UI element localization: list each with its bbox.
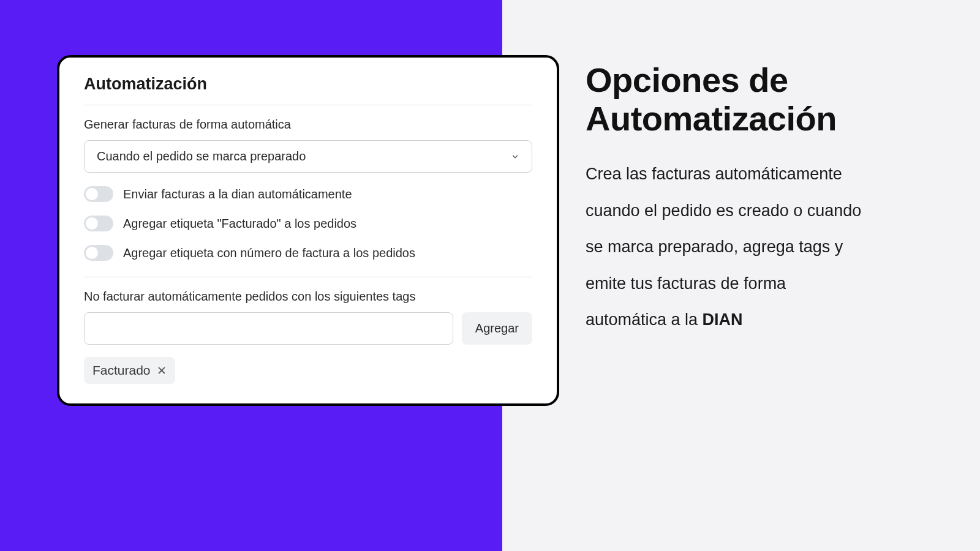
desc-bold: DIAN: [703, 310, 743, 329]
close-icon[interactable]: ✕: [157, 365, 167, 377]
toggle-row-send-dian: Enviar facturas a la dian automáticament…: [84, 186, 532, 202]
right-description: Crea las facturas automáticamente cuando…: [586, 156, 867, 338]
desc-text: Crea las facturas automáticamente cuando…: [586, 165, 861, 329]
tag-input[interactable]: [84, 312, 453, 345]
exclude-tags-label: No facturar automáticamente pedidos con …: [84, 290, 532, 304]
toggle-label: Agregar etiqueta "Facturado" a los pedid…: [123, 217, 356, 231]
chevron-down-icon: [511, 152, 519, 161]
toggle-add-facturado-tag[interactable]: [84, 216, 113, 231]
tag-chip: Facturado ✕: [84, 357, 175, 384]
section-divider: [84, 277, 532, 277]
tag-chip-label: Facturado: [92, 363, 151, 378]
card-title: Automatización: [84, 75, 532, 105]
toggle-add-invoice-number-tag[interactable]: [84, 245, 113, 261]
toggle-send-dian[interactable]: [84, 186, 113, 202]
right-heading: Opciones de Automatización: [586, 61, 867, 138]
toggle-label: Enviar facturas a la dian automáticament…: [123, 187, 352, 201]
toggle-row-add-facturado-tag: Agregar etiqueta "Facturado" a los pedid…: [84, 216, 532, 231]
automation-card: Automatización Generar facturas de forma…: [57, 55, 559, 406]
select-value: Cuando el pedido se marca preparado: [97, 149, 306, 163]
generate-invoices-label: Generar facturas de forma automática: [84, 118, 532, 132]
generate-trigger-select[interactable]: Cuando el pedido se marca preparado: [84, 140, 532, 173]
add-tag-button[interactable]: Agregar: [462, 312, 532, 345]
right-panel: Opciones de Automatización Crea las fact…: [586, 61, 867, 338]
toggle-label: Agregar etiqueta con número de factura a…: [123, 246, 415, 260]
tag-input-row: Agregar: [84, 312, 532, 345]
toggle-row-add-invoice-number-tag: Agregar etiqueta con número de factura a…: [84, 245, 532, 261]
